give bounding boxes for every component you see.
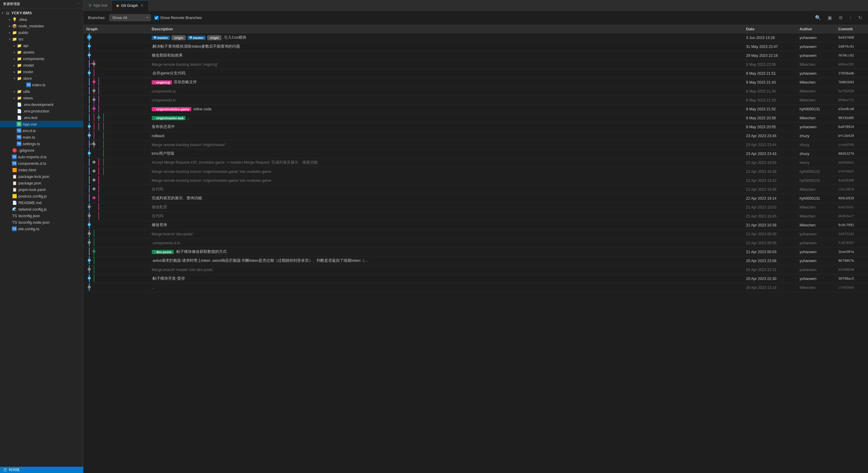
sidebar-item-tailwind[interactable]: 🌊tailwind.config.js (0, 206, 83, 212)
table-row[interactable]: .解决帖子查询模块清除status参数后不能查询的问题31 May 2023 2… (83, 42, 868, 51)
table-row[interactable]: Merge remote-tracking branch 'origin/cjj… (83, 60, 868, 69)
table-row[interactable]: .components.d.ts21 Apr 2023 00:05yuhaowe… (83, 239, 868, 248)
table-row[interactable]: Accept Merge Request #25: (modules-game … (83, 158, 868, 167)
sidebar-item-package_lock[interactable]: 📋package-lock.json (0, 173, 83, 180)
sidebar-item-model[interactable]: ▸📁model (0, 62, 83, 68)
refresh-icon-btn[interactable]: ↻ (857, 14, 863, 21)
table-row[interactable]: ↑ origin/master-bak。8 May 2023 20:58Mike… (83, 114, 868, 123)
table-row[interactable]: Merge remote-tracking branch 'origin/mod… (83, 176, 868, 185)
table-row[interactable]: .axios请求拦截器-请求时带上token .axios响应拦截器-判断tok… (83, 256, 868, 265)
table-row[interactable]: 修改登录21 Apr 2023 10:39Mikechen9c8c7991 (83, 221, 868, 230)
show-remote-checkbox[interactable] (154, 16, 159, 20)
table-row[interactable]: 合代码21 Apr 2023 10:45Mikechenc2ec50f6 (83, 185, 868, 194)
sidebar-item-pnpm_lock[interactable]: 📋pnpm-lock.yaml (0, 186, 83, 193)
table-row[interactable]: Merge remote-tracking branch 'origin/mod… (83, 167, 868, 176)
col-commit: dd4369e2 (835, 158, 868, 167)
show-remote-label[interactable]: Show Remote Branches (154, 15, 202, 20)
sidebar-more-icon[interactable]: ⋯ (77, 2, 80, 6)
table-row[interactable]: components.ts8 May 2023 21:34Mikechen5e7… (83, 87, 868, 96)
ts-icon: TS (12, 161, 17, 166)
col-commit: a3ee8ca0 (835, 105, 868, 114)
sidebar-item-public[interactable]: ▸📁public (0, 29, 83, 36)
git-table-wrapper: Graph Description Date Author Commit M m… (83, 25, 868, 473)
bottom-bar[interactable]: ⏱ 时间线 (0, 467, 83, 473)
sidebar-item-tsconfig[interactable]: TStsconfig.json (0, 212, 83, 219)
sidebar-project-root[interactable]: ▾🗂YCKY-BMS (0, 9, 83, 16)
branches-select[interactable]: Show Allmasterorigin/cjjdev-posts (109, 14, 151, 21)
fetch-icon-btn[interactable]: ↑ (848, 14, 853, 21)
sidebar-item-env_dev[interactable]: 📄.env.development (0, 101, 83, 108)
sidebar-item-store[interactable]: ▾📁store (0, 75, 83, 82)
sidebar-item-router[interactable]: ▸📁router (0, 68, 83, 75)
desc-text: .components.d.ts (152, 241, 180, 245)
sidebar-item-main_ts[interactable]: TSmain.ts (0, 134, 83, 140)
search-icon-btn[interactable]: 🔍 (814, 14, 822, 21)
table-row[interactable]: ↑ origin/modules-gamerefine code8 May 20… (83, 105, 868, 114)
table-row[interactable]: M masteroriginM master origin.引入Cos模块3 J… (83, 33, 868, 42)
table-row[interactable]: .合并game分支代码8 May 2023 21:51yuhaowen1f658… (83, 69, 868, 78)
sidebar-item-components_d[interactable]: TScomponents.d.ts (0, 160, 83, 166)
table-row[interactable]: Merge remote-tracking branch 'origin/mas… (83, 140, 868, 149)
table-row[interactable]: 合代码21 Apr 2023 10:45Mikechendb4b3ecf (83, 212, 868, 221)
tab-git_graph[interactable]: ◈Git Graph✕ (112, 0, 149, 11)
settings-icon-btn[interactable]: ⚙ (837, 14, 844, 21)
col-commit: ccde6560 (835, 140, 868, 149)
sidebar-item-auto_imports[interactable]: TSauto-imports.d.ts (0, 154, 83, 160)
sidebar-item-idea[interactable]: ▸💡.idea (0, 16, 83, 23)
table-row[interactable]: bms用户登陆23 Apr 2023 23:43zhuzy48d52274 (83, 149, 868, 158)
col-author: Henry (797, 158, 835, 167)
sidebar-item-components[interactable]: ▸📁components (0, 55, 83, 62)
table-row[interactable]: 。20 Apr 2023 13:16Mikechenc7e9166d (83, 283, 868, 292)
table-row[interactable]: 修改那妞初始效果29 May 2023 22:16yuhaowenf6f8cc9… (83, 51, 868, 60)
sidebar-item-settings_ts[interactable]: TSsettings.ts (0, 140, 83, 147)
desc-text: Merge remote-tracking branch 'origin/mas… (152, 143, 225, 147)
sidebar-item-api[interactable]: ▸📁api (0, 42, 83, 49)
tab-close-git_graph[interactable]: ✕ (140, 3, 144, 8)
sidebar-item-src[interactable]: ▾📁src (0, 36, 83, 42)
table-row[interactable]: ↑ dev-posts.帖子模块修改获取数据的方式21 Apr 2023 00:… (83, 248, 868, 256)
sidebar-item-env_test[interactable]: 📄.env.test (0, 114, 83, 121)
sidebar-item-postcss[interactable]: 🟨postcss.config.js (0, 193, 83, 199)
sidebar-item-utils[interactable]: ▸📁utils (0, 88, 83, 95)
table-row[interactable]: Merge branch 'dev-posts'21 Apr 2023 00:0… (83, 230, 868, 239)
col-desc: ↑ origin/modules-gamerefine code (149, 105, 743, 114)
env-icon: 📄 (17, 108, 22, 114)
sidebar-item-app_vue[interactable]: VApp.vue (0, 121, 83, 127)
sidebar-item-tsconfig_node[interactable]: TStsconfig.node.json (0, 219, 83, 225)
table-row[interactable]: Merge branch 'master' into dev-posts20 A… (83, 265, 868, 274)
tree-item-label: utils (23, 89, 30, 94)
sidebar-item-readme[interactable]: 📄README.md (0, 199, 83, 206)
table-row[interactable]: ↑ origin/cjj添加忽略文件8 May 2023 21:43Mikech… (83, 78, 868, 87)
table-row[interactable]: 完成列表页的展示、查询功能22 Apr 2023 19:14hyh0000131… (83, 194, 868, 203)
terminal-icon-btn[interactable]: ▣ (826, 14, 833, 21)
table-row[interactable]: rollback23 Apr 2023 23:45zhuzybfc2b429 (83, 131, 868, 140)
sidebar-item-env_prod[interactable]: 📄.env.production (0, 108, 83, 114)
sidebar-item-env_d[interactable]: TSenv.d.ts (0, 127, 83, 134)
sidebar-item-index_html[interactable]: 🟧index.html (0, 166, 83, 173)
table-row[interactable]: components.ts8 May 2023 21:29Mikechen094… (83, 96, 868, 105)
tab-app_vue[interactable]: VApp.vue (85, 0, 112, 11)
sidebar-item-node_modules[interactable]: ▸📦node_modules (0, 23, 83, 29)
sidebar-item-index_ts_store[interactable]: TSindex.ts (0, 82, 83, 88)
tree-item-label: main.ts (23, 135, 35, 139)
col-date: 22 Apr 2023 19:14 (743, 194, 797, 203)
sidebar-item-gitignore[interactable]: 🔴.gitignore (0, 147, 83, 154)
sidebar-item-package_json[interactable]: 📋package.json (0, 180, 83, 186)
git-table-body: M masteroriginM master origin.引入Cos模块3 J… (83, 33, 868, 292)
table-row[interactable]: .帖子模块开发-暂存20 Apr 2023 22:30yuhaowen30798… (83, 274, 868, 283)
vue-icon: V (17, 122, 22, 126)
sidebar-item-assets[interactable]: ▸📁assets (0, 49, 83, 55)
sidebar-item-vite[interactable]: TSvite.config.ts (0, 225, 83, 232)
col-date: 21 Apr 2023 10:45 (743, 185, 797, 194)
main-area: VApp.vue◈Git Graph✕ Branches: Show Allma… (83, 0, 868, 473)
col-date: 8 May 2023 21:34 (743, 87, 797, 96)
col-commit: b09de181 (835, 60, 868, 69)
tree-item-label: .env.development (23, 102, 54, 107)
env-icon: 📄 (17, 102, 22, 107)
json-icon: 📋 (12, 180, 17, 186)
tree-item-label: api (23, 43, 28, 48)
table-row[interactable]: 发布状态居中8 May 2023 20:55yuhaowen6a078924 (83, 123, 868, 131)
table-row[interactable]: 修改配置21 Apr 2023 15:03Mikechen6ab33a3c (83, 203, 868, 212)
sidebar-item-views[interactable]: ▸📁views (0, 95, 83, 101)
svg-point-24 (93, 98, 95, 101)
